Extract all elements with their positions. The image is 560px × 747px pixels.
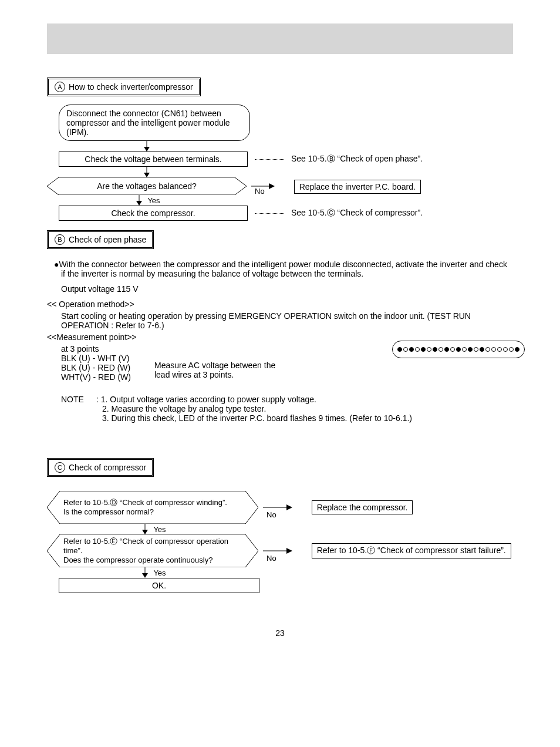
note-1: : 1. Output voltage varies according to … (96, 395, 412, 404)
arrow-down-icon (139, 567, 151, 578)
decision-op-line1: Refer to 10-5.Ⓔ “Check of compressor ope… (63, 537, 242, 556)
yes-label: Yes (153, 525, 166, 534)
decision-text: Are the voltages balanced? (97, 181, 197, 191)
section-a-label: How to check inverter/compressor (69, 82, 193, 92)
circle-b-icon: B (55, 234, 65, 245)
action-replace-compressor: Replace the compressor. (312, 500, 413, 514)
svg-marker-18 (142, 573, 148, 578)
yes-label: Yes (153, 568, 166, 577)
circle-a-icon: A (55, 82, 65, 92)
meas-instr: Measure AC voltage between the lead wire… (154, 361, 284, 382)
step-check-compressor-text: Check the compressor. (111, 208, 195, 218)
note-prefix: NOTE (61, 395, 94, 404)
note-2: 2. Measure the voltage by analog type te… (102, 404, 412, 413)
header-banner (47, 23, 513, 54)
dotted-connector (255, 159, 284, 160)
op-method-header: << Operation method>> (47, 300, 513, 309)
action-start-failure-text: Refer to 10-5.Ⓕ “Check of compressor sta… (317, 546, 506, 555)
dotted-connector (255, 213, 284, 214)
arrow-down-icon (141, 141, 153, 152)
no-label: No (266, 510, 276, 519)
page-number: 23 (0, 628, 560, 638)
step-ok-text: OK. (152, 581, 166, 590)
decision-voltages-balanced: Are the voltages balanced? (47, 177, 247, 195)
step-check-voltage: Check the voltage between terminals. (59, 152, 248, 167)
step-check-voltage-text: Check the voltage between terminals. (85, 154, 221, 164)
note-3: 3. During this check, LED of the inverte… (102, 413, 412, 423)
meas-pts-4: WHT(V) - RED (W) (61, 372, 131, 382)
svg-marker-3 (144, 173, 150, 177)
step-disconnect-text: Disconnect the connector (CN61) between … (66, 109, 230, 137)
arrow-down-icon (139, 524, 151, 534)
decision-winding-line2: Is the compressor normal? (63, 507, 154, 517)
svg-marker-6 (269, 183, 275, 189)
svg-marker-8 (136, 201, 142, 206)
ref-compressor: See 10-5.Ⓒ “Check of compressor”. (291, 208, 423, 218)
meas-pts-2: BLK (U) - WHT (V) (61, 354, 131, 363)
action-replace-compressor-text: Replace the compressor. (317, 503, 408, 512)
op-method-body: Start cooling or heating operation by pr… (61, 311, 513, 330)
circle-c-icon: C (55, 462, 65, 473)
action-replace-board: Replace the inverter P.C. board. (294, 180, 421, 194)
action-start-failure: Refer to 10-5.Ⓕ “Check of compressor sta… (312, 543, 511, 558)
terminal-diagram (397, 347, 519, 352)
svg-marker-11 (286, 504, 292, 510)
arrow-down-icon (141, 167, 153, 177)
section-c-label: Check of compressor (69, 463, 146, 472)
step-check-compressor: Check the compressor. (59, 206, 248, 221)
no-label: No (255, 187, 265, 196)
meas-pts-1: at 3 points (61, 344, 131, 354)
svg-marker-16 (286, 548, 292, 554)
section-a-title: A How to check inverter/compressor (47, 78, 201, 96)
bullet-text: ●With the connector between the compress… (54, 260, 507, 278)
decision-op-line2: Does the compressor operate continuously… (63, 556, 212, 565)
svg-marker-13 (142, 530, 148, 534)
meas-pts-3: BLK (U) - RED (W) (61, 363, 131, 372)
section-c-title: C Check of compressor (47, 458, 154, 477)
output-voltage: Output voltage 115 V (61, 284, 513, 294)
section-b-title: B Check of open phase (47, 230, 154, 249)
step-ok: OK. (59, 578, 259, 593)
step-disconnect: Disconnect the connector (CN61) between … (59, 105, 250, 141)
section-b-label: Check of open phase (69, 235, 146, 244)
no-label: No (266, 554, 276, 563)
action-replace-board-text: Replace the inverter P.C. board. (299, 182, 416, 191)
bullet-with-connector: ●With the connector between the compress… (47, 260, 513, 278)
decision-operation-time: Refer to 10-5.Ⓔ “Check of compressor ope… (47, 534, 258, 567)
decision-winding-line1: Refer to 10-5.Ⓓ “Check of compressor win… (63, 498, 227, 507)
terminal-diagram-box (392, 341, 525, 358)
ref-open-phase: See 10-5.Ⓑ “Check of open phase”. (291, 154, 423, 164)
decision-winding: Refer to 10-5.Ⓓ “Check of compressor win… (47, 491, 258, 524)
arrow-down-icon (133, 195, 145, 206)
yes-label: Yes (147, 196, 160, 205)
svg-marker-1 (144, 147, 150, 152)
